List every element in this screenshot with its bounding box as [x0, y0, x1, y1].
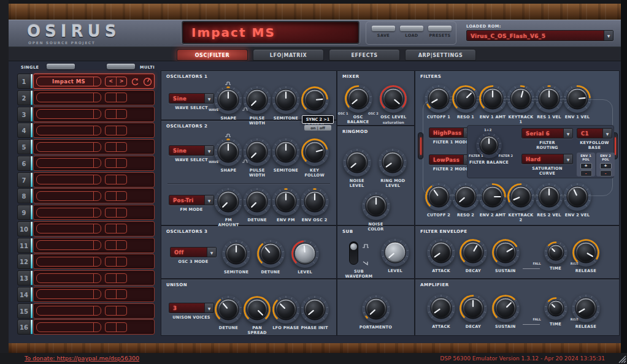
osc2-wave-dropdown[interactable]: Sine ▼: [169, 145, 214, 156]
part-name-field[interactable]: [36, 322, 101, 332]
env-fm-knob[interactable]: [272, 188, 300, 216]
fm-amount-knob[interactable]: [214, 188, 242, 216]
part-slot[interactable]: [33, 156, 155, 171]
unison-voices-dropdown[interactable]: 3 ▼: [169, 303, 214, 313]
fenv-time-knob[interactable]: [544, 241, 567, 264]
osc3-semitone-knob[interactable]: [222, 240, 250, 268]
chevron-down-icon[interactable]: ▼: [604, 31, 613, 40]
keyfollow-base-dropdown[interactable]: C1 ▼: [577, 128, 612, 138]
presets-button[interactable]: [428, 26, 452, 31]
pan-spread-knob[interactable]: [243, 295, 271, 324]
prev-preset-button[interactable]: <: [106, 77, 116, 86]
env-osc2-knob[interactable]: [301, 188, 329, 216]
part-number[interactable]: 14: [17, 287, 31, 302]
amp-time-knob[interactable]: [544, 297, 567, 320]
tab-arp-settings[interactable]: ARP|SETTINGS: [405, 49, 476, 61]
fenv-decay-knob[interactable]: [459, 238, 487, 267]
preset-name-display[interactable]: Impact MS: [182, 21, 360, 44]
amp-decay-knob[interactable]: [459, 294, 487, 322]
osc2-shape-knob[interactable]: [214, 138, 242, 166]
part-number[interactable]: 3: [17, 107, 31, 122]
osc2-key-follow-knob[interactable]: [301, 138, 329, 166]
part-number[interactable]: 1: [17, 74, 31, 89]
osc1-semitone-knob[interactable]: [272, 86, 300, 114]
chevron-down-icon[interactable]: ▼: [204, 94, 213, 103]
part-slot[interactable]: [33, 188, 155, 203]
part-number[interactable]: 4: [17, 123, 31, 138]
part-name-field[interactable]: [36, 273, 101, 283]
part-number[interactable]: 15: [17, 303, 31, 319]
chevron-down-icon[interactable]: ▼: [204, 146, 213, 155]
loaded-rom-dropdown[interactable]: Virus_C_OS_Flash_V6_5 ▼: [466, 30, 614, 41]
noise-color-knob[interactable]: [362, 192, 390, 220]
part-number[interactable]: 16: [17, 319, 31, 335]
chevron-down-icon[interactable]: ▼: [563, 129, 572, 138]
save-button[interactable]: [372, 26, 395, 31]
osc3-detune-knob[interactable]: [256, 240, 285, 268]
part-name-field[interactable]: [36, 224, 101, 233]
part-name-field[interactable]: [36, 142, 101, 152]
env1-vel-knob[interactable]: [563, 85, 591, 113]
amp-attack-knob[interactable]: [427, 294, 455, 322]
part-name-field[interactable]: Impact MS: [36, 77, 101, 86]
noise-level-knob[interactable]: [343, 148, 371, 176]
part-slot[interactable]: [33, 221, 155, 237]
osc1-shape-knob[interactable]: [214, 86, 242, 114]
part-slot[interactable]: [33, 303, 155, 319]
filter-routing-dropdown[interactable]: Serial 6 ▼: [521, 128, 573, 138]
part-name-field[interactable]: [36, 175, 101, 184]
env2-vel-knob[interactable]: [563, 183, 591, 211]
osc3-mode-dropdown[interactable]: Off ▼: [170, 247, 217, 257]
part-number[interactable]: 6: [17, 156, 31, 171]
tab-osc-filter[interactable]: OSC|FILTER: [177, 49, 248, 61]
part-number[interactable]: 8: [17, 188, 31, 203]
part-slot[interactable]: [33, 254, 155, 269]
part-name-field[interactable]: [36, 208, 101, 218]
part-slot[interactable]: [33, 270, 155, 286]
part-name-field[interactable]: [36, 257, 101, 267]
part-number[interactable]: 12: [17, 254, 31, 269]
part-name-field[interactable]: [36, 191, 101, 201]
part-name-field[interactable]: [36, 109, 101, 119]
osc1-wave-dropdown[interactable]: Sine ▼: [169, 93, 214, 104]
multi-button[interactable]: [107, 64, 135, 69]
env1-pol-plus-button[interactable]: +: [580, 163, 592, 169]
part-number[interactable]: 9: [17, 205, 31, 220]
osc-balance-knob[interactable]: [344, 85, 372, 113]
single-button[interactable]: [47, 64, 75, 69]
cutoff1-knob[interactable]: [425, 85, 453, 113]
chevron-down-icon[interactable]: ▼: [204, 303, 213, 313]
osc2-pulse-width-knob[interactable]: [243, 138, 271, 166]
reso1-knob[interactable]: [452, 85, 480, 113]
keytrack1-knob[interactable]: [507, 85, 535, 113]
chevron-down-icon[interactable]: ▼: [602, 129, 612, 138]
fm-detune-knob[interactable]: [243, 188, 271, 216]
part-number[interactable]: 5: [17, 139, 31, 154]
chevron-down-icon[interactable]: ▼: [563, 154, 572, 164]
ring-mod-level-knob[interactable]: [379, 148, 407, 176]
part-slot[interactable]: [33, 205, 155, 220]
osc3-level-knob[interactable]: [291, 240, 319, 268]
resize-handle-icon[interactable]: [617, 354, 626, 363]
chevron-down-icon[interactable]: ▼: [207, 248, 216, 257]
part-name-field[interactable]: [36, 158, 101, 168]
part-slot[interactable]: [33, 172, 155, 188]
part-number[interactable]: 13: [17, 270, 31, 286]
part-name-field[interactable]: [36, 240, 101, 250]
part-name-field[interactable]: [36, 289, 101, 299]
res2-vel-knob[interactable]: [535, 183, 563, 211]
part-number[interactable]: 2: [17, 90, 31, 105]
sub-waveform-switch[interactable]: [349, 241, 358, 265]
part-slot[interactable]: [33, 107, 155, 122]
part-slot[interactable]: Impact MS<>: [33, 74, 155, 89]
osc-level-knob[interactable]: [379, 85, 407, 113]
lfo-phase-knob[interactable]: [272, 295, 300, 324]
unison-detune-knob[interactable]: [214, 295, 242, 324]
tab-lfo-matrix[interactable]: LFO|MATRIX: [253, 49, 324, 61]
env2-pol-minus-button[interactable]: -: [600, 170, 612, 176]
fenv-sustain-knob[interactable]: [491, 238, 520, 267]
env2-amt-knob[interactable]: [479, 183, 507, 211]
amp-release-knob[interactable]: [572, 294, 600, 322]
next-preset-button[interactable]: >: [116, 77, 126, 86]
donate-link[interactable]: To donate: https://paypal.me/dsp56300: [25, 355, 139, 362]
